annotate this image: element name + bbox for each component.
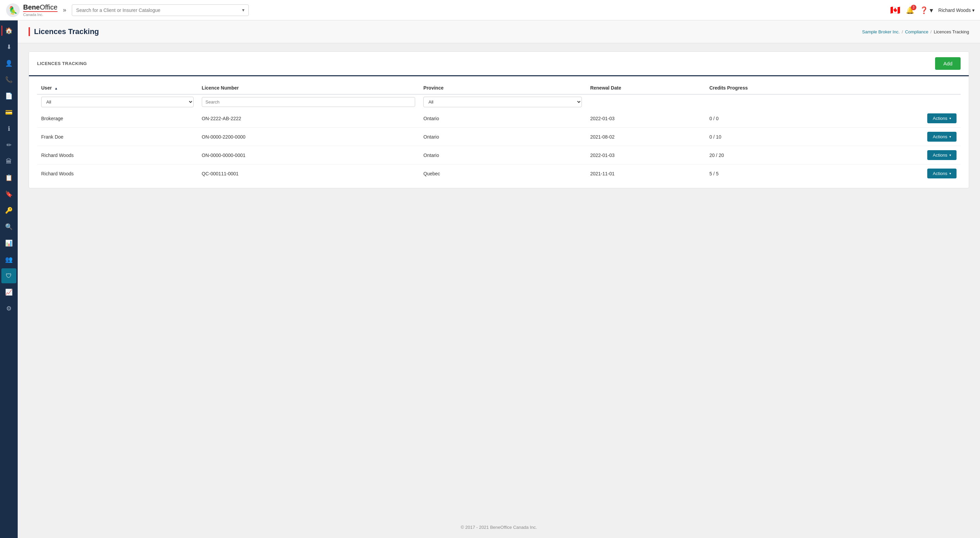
actions-caret-1: ▾ <box>950 135 951 139</box>
col-actions-header <box>847 82 961 94</box>
cell-actions-3: Actions ▾ <box>847 164 961 183</box>
actions-caret-0: ▾ <box>950 117 951 120</box>
sidebar: 🏠 ⬇ 👤 📞 📄 💳 ℹ ✏ 🏛 📋 🔖 🔑 🔍 📊 👥 🛡 📈 ⚙ <box>0 21 18 538</box>
cell-province-1: Ontario <box>419 128 586 146</box>
table-row: Brokerage ON-2222-AB-2222 Ontario 2022-0… <box>37 109 961 128</box>
actions-button-0[interactable]: Actions ▾ <box>927 113 956 123</box>
user-chevron: ▾ <box>972 8 975 13</box>
breadcrumb-sep-2: / <box>930 29 932 34</box>
licences-table: User ▲ Licence Number Province <box>37 82 961 182</box>
card-header: LICENCES TRACKING Add <box>29 52 969 76</box>
page-title: Licences Tracking <box>29 27 99 36</box>
sidebar-item-payment[interactable]: 💳 <box>2 105 16 120</box>
table-body: Brokerage ON-2222-AB-2222 Ontario 2022-0… <box>37 109 961 182</box>
col-renewal-date: Renewal Date <box>586 82 705 94</box>
sidebar-item-users[interactable]: 👥 <box>2 252 16 267</box>
breadcrumb-sep-1: / <box>902 29 903 34</box>
col-province: Province <box>419 82 586 94</box>
filter-credits-cell <box>705 94 847 109</box>
content-area: LICENCES TRACKING Add User ▲ <box>18 43 980 517</box>
cell-licence-3: QC-000111-0001 <box>198 164 419 183</box>
brand-logo-link[interactable]: 🦜 BeneOffice Canada Inc. <box>5 3 57 18</box>
sidebar-item-profile[interactable]: 👤 <box>2 56 16 71</box>
filter-province-cell: All Ontario Quebec Alberta British Colum… <box>419 94 586 109</box>
expand-icon[interactable]: » <box>63 6 66 14</box>
cell-renewal-1: 2021-08-02 <box>586 128 705 146</box>
table-row: Frank Doe ON-0000-2200-0000 Ontario 2021… <box>37 128 961 146</box>
table-row: Richard Woods QC-000111-0001 Quebec 2021… <box>37 164 961 183</box>
actions-caret-3: ▾ <box>950 172 951 176</box>
cell-licence-1: ON-0000-2200-0000 <box>198 128 419 146</box>
sidebar-item-settings[interactable]: ⚙ <box>2 301 16 316</box>
footer: © 2017 - 2021 BeneOffice Canada Inc. <box>18 517 980 538</box>
svg-text:🦜: 🦜 <box>8 6 18 15</box>
user-menu-button[interactable]: Richard Woods ▾ <box>939 8 975 13</box>
col-user[interactable]: User ▲ <box>37 82 198 94</box>
notification-button[interactable]: 🔔 3 <box>906 6 914 14</box>
cell-renewal-2: 2022-01-03 <box>586 146 705 164</box>
table-wrapper: User ▲ Licence Number Province <box>29 76 969 188</box>
add-button[interactable]: Add <box>935 57 961 70</box>
navbar: 🦜 BeneOffice Canada Inc. » ▼ 🇨🇦 🔔 3 ❓ ▾ … <box>0 0 980 21</box>
filter-user-cell: All Brokerage Frank Doe Richard Woods <box>37 94 198 109</box>
cell-credits-2: 20 / 20 <box>705 146 847 164</box>
sidebar-item-phone[interactable]: 📞 <box>2 72 16 87</box>
help-button[interactable]: ❓ ▾ <box>920 6 933 14</box>
sidebar-item-document[interactable]: 📄 <box>2 89 16 104</box>
filter-user-select[interactable]: All Brokerage Frank Doe Richard Woods <box>41 97 194 107</box>
cell-licence-0: ON-2222-AB-2222 <box>198 109 419 128</box>
sidebar-item-download[interactable]: ⬇ <box>2 40 16 54</box>
breadcrumb: Sample Broker Inc. / Compliance / Licenc… <box>862 29 969 34</box>
cell-credits-3: 5 / 5 <box>705 164 847 183</box>
search-container: ▼ <box>72 5 249 16</box>
cell-licence-2: ON-0000-0000-0001 <box>198 146 419 164</box>
sidebar-item-home[interactable]: 🏠 <box>2 23 16 38</box>
sidebar-item-edit[interactable]: ✏ <box>2 137 16 153</box>
canada-flag-icon: 🇨🇦 <box>890 5 900 15</box>
cell-actions-2: Actions ▾ <box>847 146 961 164</box>
sidebar-item-key[interactable]: 🔑 <box>2 203 16 218</box>
actions-button-1[interactable]: Actions ▾ <box>927 132 956 142</box>
app-body: 🏠 ⬇ 👤 📞 📄 💳 ℹ ✏ 🏛 📋 🔖 🔑 🔍 📊 👥 🛡 📈 ⚙ Lice… <box>0 21 980 538</box>
sidebar-item-info[interactable]: ℹ <box>2 121 16 136</box>
sort-icon-user: ▲ <box>54 86 58 90</box>
licences-card: LICENCES TRACKING Add User ▲ <box>29 51 969 188</box>
sidebar-item-reports[interactable]: 📊 <box>2 236 16 251</box>
sidebar-item-chart[interactable]: 📈 <box>2 285 16 300</box>
notification-badge: 3 <box>911 5 916 10</box>
sidebar-item-bookmark[interactable]: 🔖 <box>2 187 16 201</box>
navbar-right: 🇨🇦 🔔 3 ❓ ▾ Richard Woods ▾ <box>890 5 975 15</box>
cell-user-1: Frank Doe <box>37 128 198 146</box>
sidebar-item-shield[interactable]: 🛡 <box>2 268 16 283</box>
brand-icon: 🦜 <box>5 3 21 18</box>
actions-caret-2: ▾ <box>950 153 951 157</box>
cell-province-0: Ontario <box>419 109 586 128</box>
sidebar-item-search-glass[interactable]: 🔍 <box>2 219 16 234</box>
breadcrumb-item-1[interactable]: Sample Broker Inc. <box>862 29 900 34</box>
table-header-row: User ▲ Licence Number Province <box>37 82 961 94</box>
actions-button-2[interactable]: Actions ▾ <box>927 150 956 160</box>
sidebar-item-bank[interactable]: 🏛 <box>2 154 16 169</box>
cell-province-3: Quebec <box>419 164 586 183</box>
table-filter-row: All Brokerage Frank Doe Richard Woods <box>37 94 961 109</box>
filter-province-select[interactable]: All Ontario Quebec Alberta British Colum… <box>423 97 582 107</box>
filter-licence-cell <box>198 94 419 109</box>
cell-credits-0: 0 / 0 <box>705 109 847 128</box>
table-row: Richard Woods ON-0000-0000-0001 Ontario … <box>37 146 961 164</box>
breadcrumb-item-2[interactable]: Compliance <box>905 29 929 34</box>
brand-text: BeneOffice Canada Inc. <box>23 3 57 17</box>
filter-actions-cell <box>847 94 961 109</box>
actions-button-3[interactable]: Actions ▾ <box>927 169 956 179</box>
search-dropdown-arrow[interactable]: ▼ <box>241 8 245 13</box>
brand-canada: Canada Inc. <box>23 11 57 17</box>
sidebar-item-list[interactable]: 📋 <box>2 170 16 185</box>
search-input[interactable] <box>72 5 249 16</box>
filter-licence-input[interactable] <box>202 97 415 107</box>
cell-renewal-0: 2022-01-03 <box>586 109 705 128</box>
footer-text: © 2017 - 2021 BeneOffice Canada Inc. <box>461 525 537 530</box>
brand-office: Office <box>40 3 57 11</box>
main-content: Licences Tracking Sample Broker Inc. / C… <box>18 21 980 538</box>
col-licence-number: Licence Number <box>198 82 419 94</box>
cell-renewal-3: 2021-11-01 <box>586 164 705 183</box>
filter-renewal-cell <box>586 94 705 109</box>
